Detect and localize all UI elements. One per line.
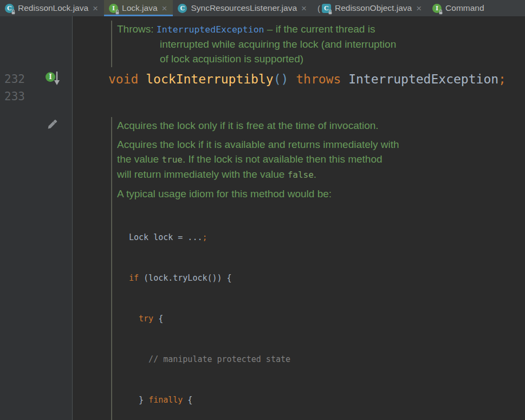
exception-type: InterruptedException	[348, 72, 498, 86]
doc-text: – if the current thread is	[267, 23, 375, 35]
paren-icon-prefix: (	[317, 4, 320, 13]
tab-command-java[interactable]: I Command	[427, 0, 490, 16]
tab-syncresourceslistener-java[interactable]: C SyncResourcesListener.java ×	[173, 0, 313, 16]
lock-badge-icon	[115, 9, 120, 15]
inline-code-false: false	[288, 170, 314, 180]
class-icon: C	[178, 4, 187, 13]
doc-text: of lock acquisition is supported)	[160, 51, 525, 66]
doc-link-interruptedexception[interactable]: InterruptedException	[157, 24, 264, 35]
tab-label: Command	[445, 3, 484, 13]
close-icon[interactable]: ×	[161, 4, 168, 13]
tab-redissonobject-java[interactable]: ( C RedissonObject.java ×	[313, 0, 427, 16]
semicolon: ;	[498, 72, 506, 86]
close-icon[interactable]: ×	[301, 4, 307, 13]
tab-label: RedissonObject.java	[335, 3, 412, 13]
tab-lock-java[interactable]: I Lock.java ×	[104, 0, 173, 16]
editor-area[interactable]: Throws: InterruptedException – if the cu…	[0, 16, 525, 420]
line-number: 233	[4, 88, 25, 105]
interface-marker-letter: I	[49, 73, 52, 81]
code-line-233[interactable]	[73, 88, 525, 105]
parens: ()	[274, 72, 289, 86]
close-icon[interactable]: ×	[92, 4, 99, 13]
doc-throws-label: Throws:	[117, 23, 154, 35]
lock-badge-icon	[438, 9, 443, 15]
doc-text: will return immediately with the value	[117, 169, 288, 180]
lock-badge-icon	[11, 9, 16, 15]
code-row-233: 233	[0, 88, 525, 105]
interface-icon: I	[432, 4, 442, 13]
tab-label: RedissonLock.java	[18, 3, 88, 13]
doc-text: interrupted while acquiring the lock (an…	[160, 37, 525, 51]
doc-text: . If the lock is not available then this…	[183, 153, 383, 165]
javadoc-throws-block: Throws: InterruptedException – if the cu…	[111, 21, 525, 67]
doc-text: the value	[117, 153, 161, 165]
tab-redissonlock-java[interactable]: C RedissonLock.java ×	[0, 0, 104, 16]
doc-paragraph: Acquires the lock only if it is free at …	[117, 118, 525, 133]
code-row-232: 232 I void lockInterruptibly() throws In…	[0, 70, 525, 88]
tab-label: SyncResourcesListener.java	[191, 3, 297, 13]
doc-code-sample: Lock lock = ...; if (lock.tryLock()) { t…	[117, 204, 525, 420]
doc-paragraph: Acquires the lock if it is available and…	[117, 137, 525, 182]
doc-text: .	[314, 169, 316, 180]
keyword-void: void	[108, 72, 146, 86]
inline-code-true: true	[161, 154, 183, 165]
class-icon: C	[5, 4, 14, 13]
line-number: 232	[4, 70, 25, 88]
editor-tab-bar: C RedissonLock.java × I Lock.java × C Sy…	[0, 0, 525, 16]
edit-javadoc-pencil-icon[interactable]	[46, 118, 59, 131]
class-icon-letter: C	[180, 5, 185, 12]
method-name: lockInterruptibly	[146, 72, 273, 86]
class-icon: C	[322, 4, 331, 13]
has-implementations-icon[interactable]: I	[46, 72, 60, 88]
doc-text: Acquires the lock if it is available and…	[117, 137, 525, 152]
code-line-232[interactable]: void lockInterruptibly() throws Interrup…	[73, 70, 525, 88]
javadoc-trylock-block: Acquires the lock only if it is free at …	[111, 117, 525, 420]
interface-icon: I	[109, 4, 118, 13]
down-arrow-icon	[54, 71, 60, 88]
doc-paragraph: A typical usage idiom for this method wo…	[117, 186, 525, 201]
tab-label: Lock.java	[122, 3, 157, 13]
close-icon[interactable]: ×	[416, 4, 422, 13]
ide-window: C RedissonLock.java × I Lock.java × C Sy…	[0, 0, 525, 420]
lock-badge-icon	[328, 9, 333, 15]
keyword-throws: throws	[288, 72, 348, 86]
